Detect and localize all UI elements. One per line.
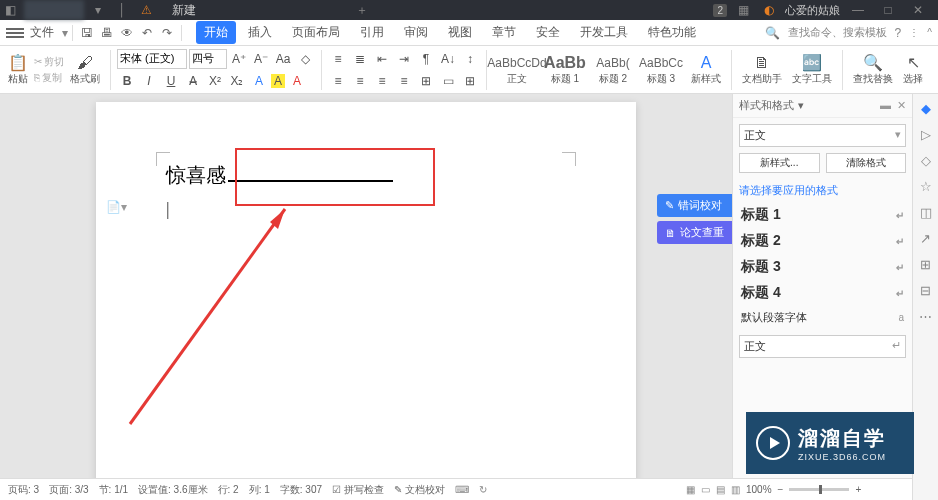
close-button[interactable]: ✕ — [906, 3, 930, 17]
shapes-icon[interactable]: ◇ — [918, 152, 934, 168]
tab-add-icon[interactable]: ＋ — [352, 0, 372, 20]
style-item-h2[interactable]: 标题 2↵ — [739, 228, 906, 254]
nav-icon[interactable]: ◫ — [918, 204, 934, 220]
doc-helper-button[interactable]: 🗎 文档助手 — [738, 54, 786, 86]
find-replace-button[interactable]: 🔍 查找替换 — [849, 53, 897, 86]
tab-view[interactable]: 视图 — [440, 21, 480, 44]
search-hint[interactable]: 查找命令、搜索模板 — [788, 25, 887, 40]
status-spell[interactable]: ☑ 拼写检查 — [332, 483, 384, 497]
refresh-icon[interactable]: ◐ — [759, 0, 779, 20]
clipboard-icon[interactable]: ☆ — [918, 178, 934, 194]
font-color-icon[interactable]: A — [287, 71, 307, 91]
tab-layout[interactable]: 页面布局 — [284, 21, 348, 44]
undo-icon[interactable]: ↶ — [137, 23, 157, 43]
status-input-icon[interactable]: ⌨ — [455, 484, 469, 495]
paste-button[interactable]: 📋 粘贴 — [4, 53, 32, 86]
change-case-icon[interactable]: Aa — [273, 49, 293, 69]
menu-file[interactable]: 文件 — [30, 24, 54, 41]
increase-font-icon[interactable]: A⁺ — [229, 49, 249, 69]
status-doc-check[interactable]: ✎ 文档校对 — [394, 483, 445, 497]
save-icon[interactable]: 🖫 — [77, 23, 97, 43]
align-center-icon[interactable]: ≡ — [350, 71, 370, 91]
style-item-default[interactable]: 默认段落字体a — [739, 306, 906, 329]
distribute-icon[interactable]: ⊞ — [416, 71, 436, 91]
bold-icon[interactable]: B — [117, 71, 137, 91]
indent-inc-icon[interactable]: ⇥ — [394, 49, 414, 69]
superscript-icon[interactable]: X² — [205, 71, 225, 91]
clear-format-btn[interactable]: 清除格式 — [826, 153, 907, 173]
border-icon[interactable]: ⊞ — [460, 71, 480, 91]
status-sync-icon[interactable]: ↻ — [479, 484, 487, 495]
grid-icon[interactable]: ▦ — [733, 0, 753, 20]
zoom-slider[interactable] — [789, 488, 849, 491]
help-icon[interactable]: ? — [895, 26, 902, 40]
style-body-input[interactable]: 正文↵ — [739, 335, 906, 358]
tab-review[interactable]: 审阅 — [396, 21, 436, 44]
underline-icon[interactable]: U — [161, 71, 181, 91]
tab-reference[interactable]: 引用 — [352, 21, 392, 44]
pane-close-icon[interactable]: ✕ — [897, 99, 906, 112]
user-name[interactable]: 心爱的姑娘 — [785, 3, 840, 18]
properties-icon[interactable]: ⊟ — [918, 282, 934, 298]
view-print-icon[interactable]: ▦ — [686, 484, 695, 495]
strike-icon[interactable]: A̶ — [183, 71, 203, 91]
align-left-icon[interactable]: ≡ — [328, 71, 348, 91]
show-marks-icon[interactable]: ¶ — [416, 49, 436, 69]
clear-format-icon[interactable]: ◇ — [295, 49, 315, 69]
zoom-value[interactable]: 100% — [746, 484, 772, 495]
tab-new[interactable]: 新建 — [160, 0, 208, 20]
tab-insert[interactable]: 插入 — [240, 21, 280, 44]
view-read-icon[interactable]: ▭ — [701, 484, 710, 495]
side-tag-plagiarism[interactable]: 🗎 论文查重 — [657, 221, 732, 244]
line-spacing-icon[interactable]: ↕ — [460, 49, 480, 69]
redo-icon[interactable]: ↷ — [157, 23, 177, 43]
dropdown-icon[interactable]: ▾ — [88, 0, 108, 20]
side-tag-proofread[interactable]: ✎ 错词校对 — [657, 194, 732, 217]
maximize-button[interactable]: □ — [876, 3, 900, 17]
new-style-btn[interactable]: 新样式... — [739, 153, 820, 173]
align-right-icon[interactable]: ≡ — [372, 71, 392, 91]
style-item-h4[interactable]: 标题 4↵ — [739, 280, 906, 306]
indent-dec-icon[interactable]: ⇤ — [372, 49, 392, 69]
highlight-icon[interactable]: A — [271, 74, 285, 88]
text-effect-icon[interactable]: A — [249, 71, 269, 91]
hamburger-icon[interactable] — [6, 28, 24, 38]
tab-special[interactable]: 特色功能 — [640, 21, 704, 44]
decrease-font-icon[interactable]: A⁻ — [251, 49, 271, 69]
status-page-num[interactable]: 页码: 3 — [8, 483, 39, 497]
italic-icon[interactable]: I — [139, 71, 159, 91]
sort-icon[interactable]: A↓ — [438, 49, 458, 69]
share-icon[interactable]: ↗ — [918, 230, 934, 246]
text-tools-button[interactable]: 🔤 文字工具 — [788, 53, 836, 86]
settings-icon[interactable]: ⊞ — [918, 256, 934, 272]
font-size-select[interactable] — [189, 49, 227, 69]
font-name-select[interactable] — [117, 49, 187, 69]
tab-developer[interactable]: 开发工具 — [572, 21, 636, 44]
document-area[interactable]: 惊喜感 | 📄▾ ✎ 错词校对 🗎 论文查重 — [0, 94, 732, 500]
style-item-h1[interactable]: 标题 1↵ — [739, 202, 906, 228]
new-style-button[interactable]: A 新样式 — [687, 54, 725, 86]
style-gallery[interactable]: AaBbCcDd正文 AaBb标题 1 AaBb(标题 2 AaBbCc标题 3 — [493, 52, 685, 88]
tab-security[interactable]: 安全 — [528, 21, 568, 44]
shading-icon[interactable]: ▭ — [438, 71, 458, 91]
bullet-list-icon[interactable]: ≡ — [328, 49, 348, 69]
view-outline-icon[interactable]: ▥ — [731, 484, 740, 495]
preview-icon[interactable]: 👁 — [117, 23, 137, 43]
style-item-h3[interactable]: 标题 3↵ — [739, 254, 906, 280]
pane-collapse-icon[interactable]: ▬ — [880, 99, 891, 112]
tab-start[interactable]: 开始 — [196, 21, 236, 44]
more-icon[interactable]: ⋯ — [918, 308, 934, 324]
search-icon[interactable]: 🔍 — [765, 26, 780, 40]
align-justify-icon[interactable]: ≡ — [394, 71, 414, 91]
view-web-icon[interactable]: ▤ — [716, 484, 725, 495]
status-page[interactable]: 页面: 3/3 — [49, 483, 88, 497]
print-icon[interactable]: 🖶 — [97, 23, 117, 43]
warning-icon[interactable]: ⚠ — [136, 0, 156, 20]
status-words[interactable]: 字数: 307 — [280, 483, 322, 497]
select-button[interactable]: ↖ 选择 — [899, 53, 927, 86]
subscript-icon[interactable]: X₂ — [227, 71, 247, 91]
minimize-button[interactable]: — — [846, 3, 870, 17]
tab-blurred[interactable] — [24, 0, 84, 20]
current-style-select[interactable]: 正文 ▾ — [739, 124, 906, 147]
selection-icon[interactable]: ▷ — [918, 126, 934, 142]
